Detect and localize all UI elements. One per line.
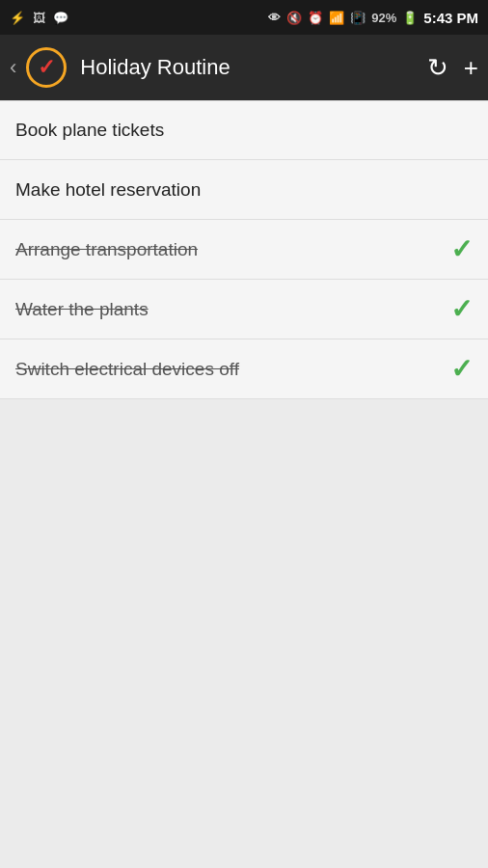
task-item[interactable]: Arrange transportation✓ (0, 220, 488, 280)
task-label: Water the plants (15, 299, 149, 320)
task-item[interactable]: Make hotel reservation (0, 160, 488, 220)
logo-check-icon: ✓ (38, 55, 55, 80)
task-label: Make hotel reservation (15, 179, 201, 201)
alarm-icon: ⏰ (308, 11, 323, 25)
action-bar: ‹ ✓ Holiday Routine ↻ + (0, 35, 488, 100)
page-title: Holiday Routine (80, 55, 417, 80)
task-complete-icon: ✓ (450, 233, 473, 265)
task-complete-icon: ✓ (450, 293, 473, 325)
app-logo: ✓ (26, 47, 67, 88)
eye-icon: 👁 (268, 11, 281, 25)
task-item[interactable]: Book plane tickets (0, 100, 488, 160)
status-bar: ⚡ 🖼 💬 👁 🔇 ⏰ 📶 📳 92% 🔋 5:43 PM (0, 0, 488, 35)
refresh-button[interactable]: ↻ (427, 55, 448, 80)
wifi-icon: 📶 (329, 11, 344, 25)
task-complete-icon: ✓ (450, 353, 473, 385)
back-button[interactable]: ‹ (10, 55, 16, 80)
usb-icon: ⚡ (10, 11, 25, 25)
battery-icon: 🔋 (402, 11, 418, 25)
status-bar-right-icons: 👁 🔇 ⏰ 📶 📳 92% 🔋 5:43 PM (268, 10, 478, 26)
task-list: Book plane ticketsMake hotel reservation… (0, 100, 488, 399)
message-icon: 💬 (53, 11, 68, 25)
task-label: Book plane tickets (15, 120, 164, 141)
image-icon: 🖼 (33, 11, 45, 25)
mute-icon: 🔇 (286, 11, 302, 25)
task-item[interactable]: Switch electrical devices off✓ (0, 339, 488, 399)
time-display: 5:43 PM (423, 10, 478, 26)
battery-percent: 92% (371, 11, 396, 25)
header-actions: ↻ + (427, 55, 478, 80)
signal-icon: 📳 (350, 11, 366, 25)
task-label: Switch electrical devices off (15, 359, 239, 380)
add-button[interactable]: + (464, 55, 478, 80)
status-bar-left-icons: ⚡ 🖼 💬 (10, 11, 68, 25)
task-item[interactable]: Water the plants✓ (0, 280, 488, 339)
empty-area (0, 399, 488, 868)
task-label: Arrange transportation (15, 239, 198, 260)
